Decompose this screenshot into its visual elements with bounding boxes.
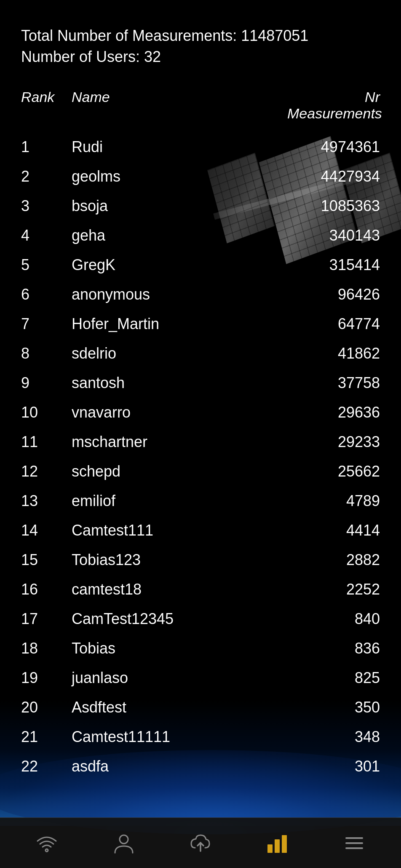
table-row: 9santosh37758	[21, 368, 380, 398]
table-row: 2geolms4427934	[21, 162, 380, 191]
table-row: 4geha340143	[21, 221, 380, 250]
name-cell: vnavarro	[72, 404, 287, 421]
measurements-cell: 4974361	[287, 138, 380, 156]
total-measurements: Total Number of Measurements: 11487051	[21, 25, 380, 46]
name-cell: CamTest12345	[72, 610, 287, 628]
rank-cell: 18	[21, 640, 72, 657]
rank-cell: 8	[21, 345, 72, 362]
table-row: 1Rudi4974361	[21, 132, 380, 162]
name-cell: anonymous	[72, 286, 287, 303]
rank-cell: 7	[21, 315, 72, 333]
name-cell: schepd	[72, 463, 287, 480]
name-cell: camtest18	[72, 581, 287, 598]
table-row: 18Tobias836	[21, 634, 380, 663]
table-row: 11mschartner29233	[21, 427, 380, 457]
measurements-cell: 25662	[287, 463, 380, 480]
measurements-cell: 836	[287, 640, 380, 657]
svg-point-0	[45, 849, 48, 852]
table-header: Rank Name Nr Measurements	[21, 85, 380, 130]
nav-item-menu[interactable]	[334, 828, 374, 859]
table-row: 6anonymous96426	[21, 280, 380, 309]
name-cell: Asdftest	[72, 699, 287, 716]
nav-item-chart[interactable]	[257, 828, 297, 859]
measurements-cell: 4414	[287, 522, 380, 539]
name-cell: asdfa	[72, 758, 287, 775]
svg-point-1	[120, 835, 128, 844]
number-of-users: Number of Users: 32	[21, 46, 380, 67]
rank-cell: 21	[21, 728, 72, 746]
rank-cell: 1	[21, 138, 72, 156]
rank-cell: 17	[21, 610, 72, 628]
header-measurements: Nr Measurements	[287, 89, 380, 122]
name-cell: Tobias123	[72, 551, 287, 569]
table-body: 1Rudi49743612geolms44279343bsoja10853634…	[21, 132, 380, 781]
measurements-cell: 29233	[287, 433, 380, 451]
name-cell: GregK	[72, 256, 287, 274]
rank-cell: 12	[21, 463, 72, 480]
rank-cell: 11	[21, 433, 72, 451]
table-row: 16camtest182252	[21, 575, 380, 604]
measurements-cell: 301	[287, 758, 380, 775]
name-cell: Rudi	[72, 138, 287, 156]
name-cell: geolms	[72, 168, 287, 185]
rank-cell: 10	[21, 404, 72, 421]
table-row: 17CamTest12345840	[21, 604, 380, 634]
name-cell: Tobias	[72, 640, 287, 657]
rank-cell: 9	[21, 374, 72, 392]
svg-rect-5	[282, 835, 287, 853]
measurements-cell: 840	[287, 610, 380, 628]
table-row: 10vnavarro29636	[21, 398, 380, 427]
header-rank: Rank	[21, 89, 72, 122]
measurements-cell: 29636	[287, 404, 380, 421]
table-row: 19juanlaso825	[21, 663, 380, 693]
measurements-cell: 825	[287, 669, 380, 687]
nav-item-profile[interactable]	[104, 828, 144, 859]
rank-cell: 5	[21, 256, 72, 274]
measurements-cell: 37758	[287, 374, 380, 392]
table-row: 14Camtest1114414	[21, 516, 380, 545]
nav-item-upload[interactable]	[181, 828, 220, 859]
rank-cell: 22	[21, 758, 72, 775]
measurements-cell: 2252	[287, 581, 380, 598]
rank-cell: 3	[21, 197, 72, 215]
name-cell: mschartner	[72, 433, 287, 451]
name-cell: geha	[72, 227, 287, 244]
header-name: Name	[72, 89, 287, 122]
table-row: 22asdfa301	[21, 752, 380, 781]
bottom-navigation	[0, 817, 401, 868]
rank-cell: 19	[21, 669, 72, 687]
table-row: 13emiliof4789	[21, 486, 380, 516]
rank-cell: 2	[21, 168, 72, 185]
table-row: 21Camtest11111348	[21, 722, 380, 752]
cloud-upload-icon	[189, 832, 212, 855]
measurements-cell: 348	[287, 728, 380, 746]
measurements-cell: 4789	[287, 492, 380, 510]
chart-icon	[266, 832, 289, 855]
rank-cell: 16	[21, 581, 72, 598]
name-cell: santosh	[72, 374, 287, 392]
svg-rect-3	[267, 844, 273, 853]
table-row: 3bsoja1085363	[21, 191, 380, 221]
table-row: 7Hofer_Martin64774	[21, 309, 380, 339]
table-row: 15Tobias1232882	[21, 545, 380, 575]
name-cell: Hofer_Martin	[72, 315, 287, 333]
name-cell: emiliof	[72, 492, 287, 510]
rank-cell: 4	[21, 227, 72, 244]
measurements-cell: 96426	[287, 286, 380, 303]
table-row: 8sdelrio41862	[21, 339, 380, 368]
table-row: 5GregK315414	[21, 250, 380, 280]
rank-cell: 14	[21, 522, 72, 539]
measurements-cell: 2882	[287, 551, 380, 569]
name-cell: Camtest111	[72, 522, 287, 539]
measurements-cell: 315414	[287, 256, 380, 274]
measurements-cell: 340143	[287, 227, 380, 244]
measurements-cell: 350	[287, 699, 380, 716]
name-cell: Camtest11111	[72, 728, 287, 746]
hamburger-menu-icon	[343, 832, 366, 855]
svg-rect-4	[275, 839, 280, 853]
rank-cell: 20	[21, 699, 72, 716]
measurements-cell: 41862	[287, 345, 380, 362]
name-cell: juanlaso	[72, 669, 287, 687]
nav-item-wifi[interactable]	[27, 828, 67, 859]
table-row: 20Asdftest350	[21, 693, 380, 722]
